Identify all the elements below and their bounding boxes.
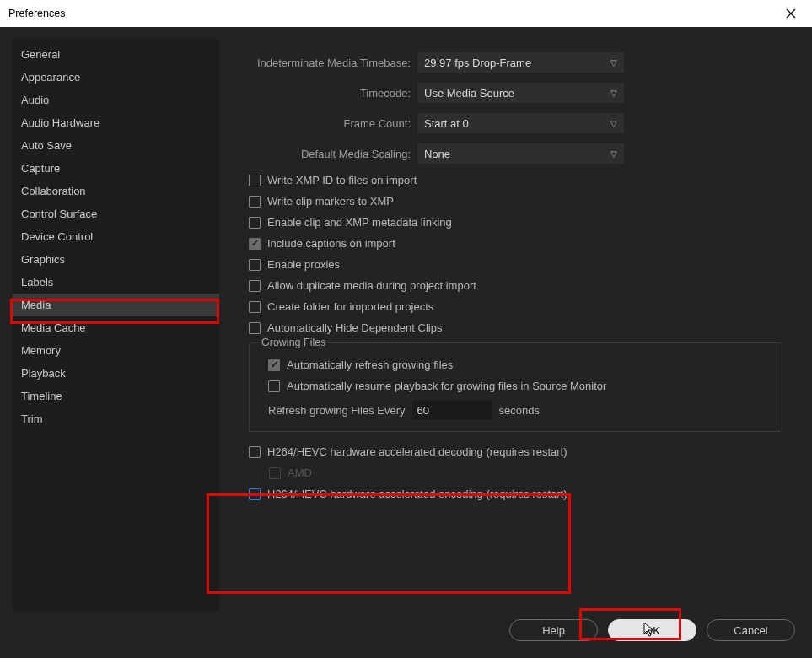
sidebar-item-control-surface[interactable]: Control Surface — [13, 202, 219, 225]
dropdown-framecount[interactable]: Start at 0 ▽ — [417, 113, 624, 133]
chevron-down-icon: ▽ — [610, 149, 617, 159]
ok-button[interactable]: OK — [608, 619, 696, 641]
cancel-button[interactable]: Cancel — [707, 619, 795, 641]
check-xmp-id[interactable]: Write XMP ID to files on import — [249, 174, 782, 186]
sidebar-item-media-cache[interactable]: Media Cache — [13, 316, 219, 339]
close-icon — [786, 8, 796, 19]
sidebar-item-device-control[interactable]: Device Control — [13, 225, 219, 248]
refresh-label: Refresh growing Files Every — [268, 404, 406, 417]
content-panel: Indeterminate Media Timebase: 29.97 fps … — [219, 40, 799, 611]
check-metadata-link[interactable]: Enable clip and XMP metadata linking — [249, 216, 782, 229]
sidebar-item-appearance[interactable]: Appearance — [13, 66, 219, 89]
refresh-unit: seconds — [499, 404, 540, 417]
row-timecode: Timecode: Use Media Source ▽ — [249, 83, 782, 103]
checkbox-icon — [249, 301, 261, 313]
sidebar-item-memory[interactable]: Memory — [13, 339, 219, 362]
chevron-down-icon: ▽ — [610, 58, 617, 67]
check-captions[interactable]: Include captions on import — [249, 237, 782, 250]
sidebar-item-general[interactable]: General — [13, 43, 219, 66]
chevron-down-icon: ▽ — [610, 119, 617, 128]
label-framecount: Frame Count: — [249, 117, 417, 130]
checkbox-icon — [249, 196, 261, 208]
titlebar: Preferences — [0, 0, 812, 27]
check-auto-resume-growing[interactable]: Automatically resume playback for growin… — [268, 380, 770, 392]
growing-legend: Growing Files — [258, 337, 329, 348]
sidebar-item-graphics[interactable]: Graphics — [13, 248, 219, 271]
window-title: Preferences — [8, 8, 778, 19]
checkbox-icon — [249, 238, 261, 250]
sidebar-item-timeline[interactable]: Timeline — [13, 385, 219, 407]
chevron-down-icon: ▽ — [610, 89, 617, 98]
refresh-input[interactable]: 60 — [412, 401, 492, 419]
check-hide-dep[interactable]: Automatically Hide Dependent Clips — [249, 321, 782, 334]
sidebar-item-audio[interactable]: Audio — [13, 89, 219, 111]
check-dup-media[interactable]: Allow duplicate media during project imp… — [249, 279, 782, 292]
refresh-interval-row: Refresh growing Files Every 60 seconds — [268, 401, 770, 419]
sidebar-item-labels[interactable]: Labels — [13, 271, 219, 294]
checkbox-icon — [268, 380, 280, 392]
row-timebase: Indeterminate Media Timebase: 29.97 fps … — [249, 52, 782, 73]
sidebar-item-audio-hardware[interactable]: Audio Hardware — [13, 111, 219, 134]
sidebar-item-auto-save[interactable]: Auto Save — [13, 134, 219, 157]
checkbox-icon — [249, 217, 261, 229]
checkbox-icon — [249, 488, 261, 500]
dropdown-scaling[interactable]: None ▽ — [417, 143, 624, 164]
dropdown-timecode[interactable]: Use Media Source ▽ — [417, 83, 624, 103]
help-button[interactable]: Help — [509, 619, 598, 641]
check-clip-markers[interactable]: Write clip markers to XMP — [249, 195, 782, 208]
check-auto-refresh-growing[interactable]: Automatically refresh growing files — [268, 359, 770, 371]
row-scaling: Default Media Scaling: None ▽ — [249, 143, 782, 164]
label-timecode: Timecode: — [249, 87, 417, 100]
close-button[interactable] — [778, 1, 804, 26]
checkbox-icon — [249, 259, 261, 271]
highlight-hw-accel — [207, 494, 571, 594]
check-create-folder[interactable]: Create folder for imported projects — [249, 300, 782, 313]
check-hw-decode[interactable]: H264/HEVC hardware accelerated decoding … — [249, 445, 782, 458]
label-timebase: Indeterminate Media Timebase: — [249, 57, 417, 69]
dropdown-timebase[interactable]: 29.97 fps Drop-Frame ▽ — [417, 52, 624, 73]
sidebar-item-media[interactable]: Media — [13, 294, 219, 316]
row-framecount: Frame Count: Start at 0 ▽ — [249, 113, 782, 133]
checkbox-icon — [269, 467, 281, 479]
check-hw-encode[interactable]: H264/HEVC hardware accelerated encoding … — [249, 488, 782, 500]
sidebar-item-capture[interactable]: Capture — [13, 157, 219, 180]
sidebar-item-playback[interactable]: Playback — [13, 362, 219, 385]
checkbox-icon — [268, 359, 280, 371]
checkbox-icon — [249, 446, 261, 458]
growing-files-group: Growing Files Automatically refresh grow… — [249, 342, 782, 432]
label-scaling: Default Media Scaling: — [249, 148, 417, 160]
checkbox-icon — [249, 280, 261, 292]
sidebar-item-trim[interactable]: Trim — [13, 407, 219, 430]
footer-buttons: Help OK Cancel — [0, 611, 812, 658]
check-amd: AMD — [269, 467, 782, 479]
checkbox-icon — [249, 322, 261, 334]
check-proxies[interactable]: Enable proxies — [249, 258, 782, 271]
sidebar-item-collaboration[interactable]: Collaboration — [13, 180, 219, 202]
checkbox-icon — [249, 175, 261, 186]
category-sidebar: General Appearance Audio Audio Hardware … — [13, 40, 219, 611]
